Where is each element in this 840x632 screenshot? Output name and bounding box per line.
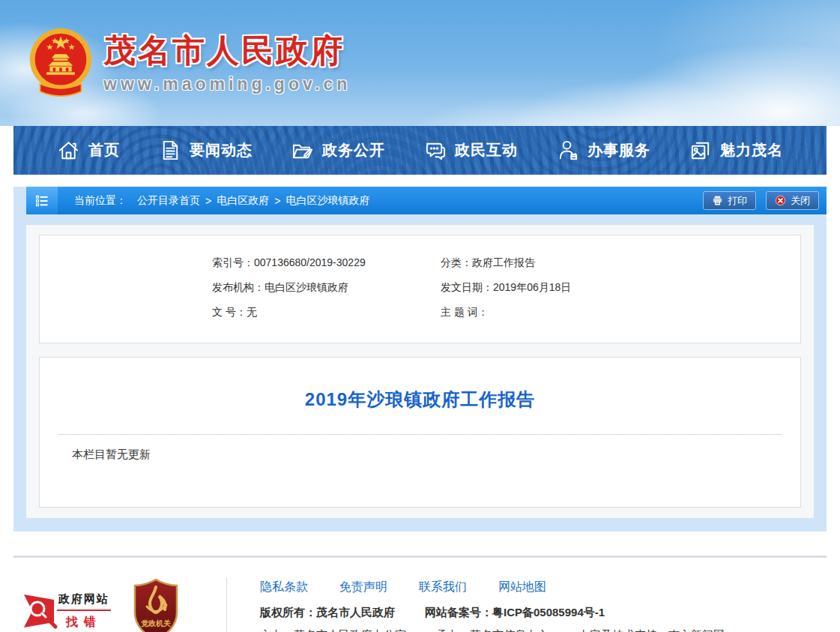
- site-header: 茂名市人民政府 www.maoming.gov.cn: [0, 0, 840, 126]
- breadcrumb-link-shalang-town[interactable]: 电白区沙琅镇政府: [285, 194, 369, 208]
- nav-item-label: 政民互动: [455, 140, 518, 160]
- meta-label: 发布机构：: [212, 281, 265, 293]
- content-wrapper: 当前位置： 公开目录首页 > 电白区政府 > 电白区沙琅镇政府 打印: [13, 187, 827, 532]
- nav-item-home[interactable]: 首页: [57, 139, 120, 162]
- document-meta-box: 索引号：007136680/2019-30229 分类：政府工作报告 发布机构：…: [39, 235, 801, 343]
- nav-item-interaction[interactable]: 政民互动: [423, 139, 518, 162]
- meta-label: 发文日期：: [441, 281, 493, 293]
- find-error-badge[interactable]: 政府网站 找错: [22, 590, 111, 632]
- page-title: 2019年沙琅镇政府工作报告: [58, 388, 782, 412]
- footer: 政府网站 找错 党政机关 隐私条款 免责声明 联: [0, 558, 840, 632]
- printer-icon: [712, 195, 723, 206]
- meta-publisher: 发布机构：电白区沙琅镇政府: [212, 275, 441, 300]
- nav-item-label: 要闻动态: [190, 140, 253, 160]
- meta-row: 发布机构：电白区沙琅镇政府 发文日期：2019年06月18日: [212, 275, 785, 300]
- meta-label: 索引号：: [212, 256, 254, 268]
- nav-item-label: 政务公开: [322, 140, 385, 160]
- footer-link-sitemap[interactable]: 网站地图: [498, 580, 546, 595]
- breadcrumb-actions: 打印 关闭: [703, 191, 819, 210]
- print-button[interactable]: 打印: [703, 191, 756, 210]
- national-emblem-icon: [28, 27, 93, 102]
- meta-label: 文 号：: [212, 306, 247, 318]
- print-button-label: 打印: [728, 194, 747, 208]
- shield-icon: 党政机关: [132, 578, 180, 632]
- breadcrumb-separator: >: [205, 195, 211, 207]
- meta-row: 索引号：007136680/2019-30229 分类：政府工作报告: [212, 250, 785, 275]
- nav-item-news[interactable]: 要闻动态: [158, 139, 253, 162]
- photos-icon: [689, 139, 712, 162]
- main-nav: 首页 要闻动态 政务公开 政民互动 办事服务: [13, 126, 827, 175]
- footer-link-disclaimer[interactable]: 免责声明: [339, 580, 387, 595]
- meta-category: 分类：政府工作报告: [441, 250, 785, 275]
- nav-item-label: 办事服务: [587, 140, 650, 160]
- nav-item-label: 首页: [88, 140, 120, 160]
- footer-vertical-divider: [226, 577, 227, 632]
- nav-item-services[interactable]: 办事服务: [556, 139, 650, 162]
- icp-number: 网站备案号：粤ICP备05085994号-1: [425, 606, 605, 620]
- list-icon: [34, 193, 49, 208]
- meta-value: 政府工作报告: [472, 256, 535, 268]
- find-error-text: 政府网站 找错: [57, 592, 111, 631]
- home-icon: [57, 139, 80, 162]
- nav-item-gov-disclosure[interactable]: 政务公开: [291, 139, 385, 162]
- breadcrumb: 当前位置： 公开目录首页 > 电白区政府 > 电白区沙琅镇政府: [74, 194, 369, 208]
- meta-value: 无: [247, 306, 257, 318]
- footer-copyright-row: 版权所有：茂名市人民政府 网站备案号：粤ICP备05085994号-1: [260, 606, 725, 620]
- tech-support: 内容及技术支持：南方新闻网: [578, 628, 725, 632]
- close-icon: [775, 195, 786, 206]
- meta-value: 007136680/2019-30229: [254, 256, 366, 268]
- breadcrumb-bar: 当前位置： 公开目录首页 > 电白区政府 > 电白区沙琅镇政府 打印: [26, 187, 827, 214]
- breadcrumb-separator: >: [274, 195, 280, 207]
- meta-publish-date: 发文日期：2019年06月18日: [441, 275, 785, 300]
- footer-links: 隐私条款 免责声明 联系我们 网站地图: [260, 580, 725, 595]
- breadcrumb-link-catalog-home[interactable]: 公开目录首页: [137, 194, 200, 208]
- undertake-org: 承办：茂名市信息中心: [436, 628, 549, 632]
- news-icon: [158, 139, 181, 162]
- page: 茂名市人民政府 www.maoming.gov.cn 首页 要闻动态 政务公开: [0, 0, 840, 632]
- logo-text: 茂名市人民政府 www.maoming.gov.cn: [103, 27, 351, 94]
- article-box: 2019年沙琅镇政府工作报告 本栏目暂无更新: [39, 357, 801, 508]
- person-icon: [556, 139, 579, 162]
- meta-index-number: 索引号：007136680/2019-30229: [212, 250, 441, 275]
- meta-value: 电白区沙琅镇政府: [265, 281, 348, 293]
- site-name: 茂名市人民政府: [103, 33, 351, 68]
- copyright-text: 版权所有：茂名市人民政府: [260, 606, 395, 620]
- meta-label: 主 题 词：: [441, 306, 489, 318]
- nav-item-charm[interactable]: 魅力茂名: [689, 139, 783, 162]
- find-error-bottom-label: 找错: [57, 611, 111, 631]
- find-error-top-label: 政府网站: [57, 592, 111, 611]
- document-panel: 索引号：007136680/2019-30229 分类：政府工作报告 发布机构：…: [26, 225, 814, 518]
- list-icon-button[interactable]: [26, 187, 58, 214]
- meta-label: 分类：: [441, 256, 472, 268]
- footer-link-contact[interactable]: 联系我们: [419, 580, 467, 595]
- chat-icon: [423, 139, 447, 162]
- empty-state-text: 本栏目暂无更新: [58, 435, 782, 462]
- folder-icon: [291, 139, 314, 162]
- site-logo[interactable]: 茂名市人民政府 www.maoming.gov.cn: [28, 27, 351, 102]
- breadcrumb-link-dianbai-gov[interactable]: 电白区政府: [217, 194, 269, 208]
- svg-text:党政机关: 党政机关: [141, 619, 171, 628]
- party-gov-shield-badge[interactable]: 党政机关: [132, 578, 180, 632]
- nav-item-label: 魅力茂名: [720, 140, 783, 160]
- meta-value: 2019年06月18日: [493, 281, 571, 293]
- close-button-label: 关闭: [791, 194, 810, 208]
- breadcrumb-label: 当前位置：: [74, 194, 127, 208]
- meta-keywords: 主 题 词：: [441, 300, 785, 325]
- meta-doc-number: 文 号：无: [212, 300, 441, 325]
- close-button[interactable]: 关闭: [766, 191, 819, 210]
- footer-sponsor-row: 主办：茂名市人民政府办公室 承办：茂名市信息中心 内容及技术支持：南方新闻网: [260, 628, 725, 632]
- host-org: 主办：茂名市人民政府办公室: [260, 628, 406, 632]
- footer-link-privacy[interactable]: 隐私条款: [260, 580, 308, 595]
- site-url: www.maoming.gov.cn: [103, 74, 351, 94]
- meta-row: 文 号：无 主 题 词：: [212, 300, 785, 325]
- footer-info: 隐私条款 免责声明 联系我们 网站地图 版权所有：茂名市人民政府 网站备案号：粤…: [260, 580, 725, 632]
